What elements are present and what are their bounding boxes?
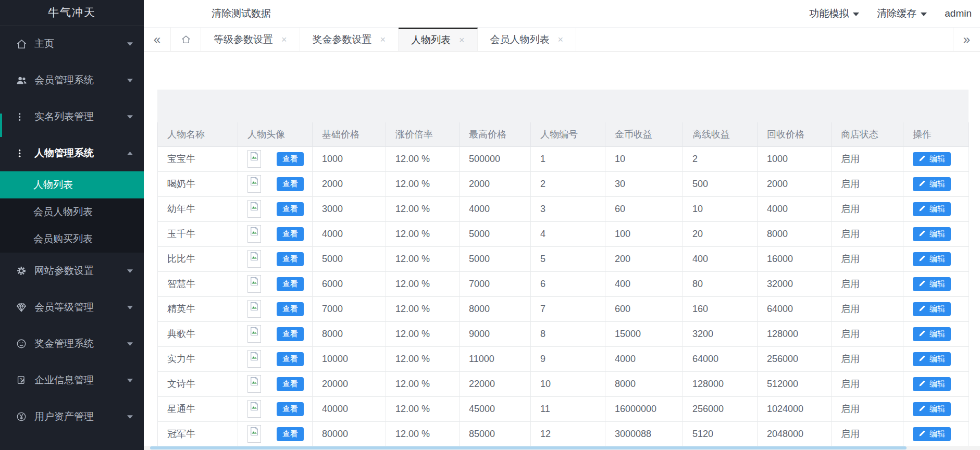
sidebar-item-home[interactable]: 主页 [0, 26, 144, 62]
view-button[interactable]: 查看 [277, 202, 304, 216]
cell-gold-income: 400 [605, 271, 683, 296]
cell-action: 编辑 [903, 246, 969, 271]
cell-shop-status: 启用 [832, 196, 903, 221]
edit-button[interactable]: 编辑 [913, 302, 951, 316]
cell-gold-income: 200 [605, 246, 683, 271]
pencil-icon [919, 180, 926, 189]
column-header: 基础价格 [313, 122, 386, 146]
view-button[interactable]: 查看 [277, 352, 304, 366]
edit-button[interactable]: 编辑 [913, 277, 951, 291]
sidebar-item-label: 网站参数设置 [31, 264, 126, 278]
sidebar-item-bonus-management[interactable]: 奖金管理系统 [0, 326, 144, 362]
cell-base-price: 4000 [313, 221, 386, 246]
column-header: 操作 [903, 122, 969, 146]
cell-shop-status: 启用 [832, 271, 903, 296]
chevron-down-icon [126, 42, 133, 46]
edit-button[interactable]: 编辑 [913, 227, 951, 241]
column-header: 回收价格 [758, 122, 832, 146]
cell-offline-income: 160 [683, 296, 758, 321]
tab-member-character-list[interactable]: 会员人物列表× [478, 28, 577, 51]
tab-character-list[interactable]: 人物列表× [399, 28, 478, 51]
cell-recycle-price: 2000 [758, 171, 832, 196]
avatar [247, 275, 261, 293]
view-button[interactable]: 查看 [277, 152, 304, 166]
close-icon[interactable]: × [459, 35, 465, 45]
chevron-down-icon [126, 115, 133, 119]
view-button[interactable]: 查看 [277, 302, 304, 316]
edit-button[interactable]: 编辑 [913, 252, 951, 266]
sidebar-scroll-indicator[interactable] [0, 114, 2, 137]
cell-character-name: 实力牛 [158, 346, 238, 371]
sidebar-item-member-level[interactable]: 会员等级管理 [0, 289, 144, 326]
chevron-down-icon [126, 269, 133, 273]
horizontal-scrollbar-thumb[interactable] [150, 446, 907, 449]
cell-character-name: 玉千牛 [158, 221, 238, 246]
pencil-icon [919, 330, 926, 339]
sidebar-item-site-params[interactable]: 网站参数设置 [0, 253, 144, 289]
edit-button[interactable]: 编辑 [913, 202, 951, 216]
function-sim-dropdown[interactable]: 功能模拟 [809, 7, 859, 20]
sidebar-item-enterprise-info[interactable]: ?企业信息管理 [0, 362, 144, 398]
pencil-icon [919, 205, 926, 214]
cell-character-id: 8 [531, 321, 605, 346]
header-right-group: 功能模拟 清除缓存 admin [738, 7, 980, 20]
horizontal-scrollbar-track[interactable] [144, 446, 980, 450]
edit-button[interactable]: 编辑 [913, 352, 951, 366]
clear-cache-dropdown[interactable]: 清除缓存 [877, 7, 927, 20]
cell-max-price: 45000 [460, 396, 531, 421]
sidebar-item-label: 会员管理系统 [31, 73, 126, 87]
view-button[interactable]: 查看 [277, 427, 304, 441]
tabs-scroll-left-icon[interactable]: « [144, 28, 171, 51]
cell-offline-income: 256000 [683, 396, 758, 421]
cell-shop-status: 启用 [832, 346, 903, 371]
cell-offline-income: 2 [683, 146, 758, 171]
close-icon[interactable]: × [380, 35, 386, 44]
sidebar-subitem[interactable]: 人物列表 [0, 171, 144, 198]
gear-icon [16, 265, 31, 277]
view-button[interactable]: 查看 [277, 327, 304, 341]
home-tab-icon[interactable] [171, 28, 201, 51]
view-button[interactable]: 查看 [277, 177, 304, 191]
sidebar-item-character-management[interactable]: 人物管理系统 [0, 135, 144, 171]
cell-character-name: 智慧牛 [158, 271, 238, 296]
cell-character-id: 3 [531, 196, 605, 221]
cell-character-id: 1 [531, 146, 605, 171]
tab-level-params[interactable]: 等级参数设置× [201, 28, 300, 51]
edit-button[interactable]: 编辑 [913, 402, 951, 416]
cell-character-name: 冠军牛 [158, 421, 238, 446]
view-button[interactable]: 查看 [277, 252, 304, 266]
sidebar-subitem[interactable]: 会员人物列表 [0, 198, 144, 226]
diamond-icon [16, 301, 31, 314]
view-button[interactable]: 查看 [277, 227, 304, 241]
sidebar-item-member-management[interactable]: 会员管理系统 [0, 62, 144, 98]
edit-button[interactable]: 编辑 [913, 377, 951, 391]
edit-button[interactable]: 编辑 [913, 177, 951, 191]
clear-test-data-button[interactable]: 清除测试数据 [212, 7, 271, 20]
sidebar-subitem[interactable]: 会员购买列表 [0, 226, 144, 253]
username[interactable]: admin [945, 8, 972, 19]
top-header: 清除测试数据 功能模拟 清除缓存 admin [144, 0, 980, 28]
cell-base-price: 40000 [313, 396, 386, 421]
cell-offline-income: 20 [683, 221, 758, 246]
avatar [247, 400, 261, 418]
view-button[interactable]: 查看 [277, 277, 304, 291]
chevron-down-icon [126, 378, 133, 383]
view-button[interactable]: 查看 [277, 377, 304, 391]
sidebar-item-user-assets[interactable]: 用户资产管理 [0, 398, 144, 435]
edit-button[interactable]: 编辑 [913, 327, 951, 341]
close-icon[interactable]: × [281, 35, 287, 44]
edit-button[interactable]: 编辑 [913, 427, 951, 441]
edit-button-label: 编辑 [929, 179, 945, 189]
tabs-scroll-right-icon[interactable]: » [953, 28, 980, 51]
view-button[interactable]: 查看 [277, 402, 304, 416]
cell-character-name: 星通牛 [158, 396, 238, 421]
edit-button[interactable]: 编辑 [913, 152, 951, 166]
view-button-label: 查看 [282, 354, 298, 364]
home-icon [16, 38, 31, 50]
tab-bonus-params[interactable]: 奖金参数设置× [300, 28, 399, 51]
cell-max-price: 500000 [460, 146, 531, 171]
table-row: 文诗牛查看2000012.00 %22000108000128000512000… [158, 371, 969, 396]
sidebar-item-realname-list[interactable]: 实名列表管理 [0, 98, 144, 135]
cell-recycle-price: 64000 [758, 296, 832, 321]
close-icon[interactable]: × [558, 35, 564, 44]
